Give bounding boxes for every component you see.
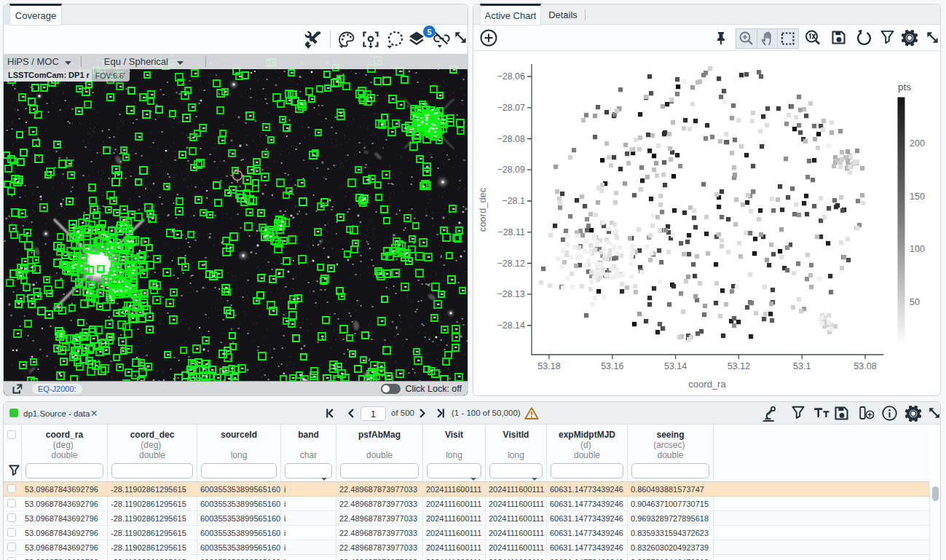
svg-text:−28.06: −28.06 bbox=[497, 71, 525, 82]
svg-text:53.18: 53.18 bbox=[537, 361, 560, 371]
svg-text:−28.08: −28.08 bbox=[497, 134, 525, 144]
svg-text:53.12: 53.12 bbox=[728, 361, 750, 371]
svg-text:53.08: 53.08 bbox=[854, 361, 876, 371]
svg-text:100: 100 bbox=[910, 244, 925, 254]
svg-text:coord_dec: coord_dec bbox=[477, 187, 488, 232]
svg-text:53.16: 53.16 bbox=[601, 361, 623, 371]
svg-text:−28.14: −28.14 bbox=[497, 320, 525, 331]
svg-text:−28.13: −28.13 bbox=[497, 289, 525, 299]
svg-text:−28.07: −28.07 bbox=[497, 103, 525, 113]
svg-text:coord_ra: coord_ra bbox=[688, 379, 726, 390]
svg-text:−28.09: −28.09 bbox=[497, 165, 525, 175]
svg-text:150: 150 bbox=[910, 192, 925, 202]
svg-text:200: 200 bbox=[910, 138, 925, 149]
svg-text:53.14: 53.14 bbox=[664, 361, 687, 371]
svg-text:−28.12: −28.12 bbox=[497, 259, 525, 269]
svg-text:53.1: 53.1 bbox=[793, 361, 811, 371]
svg-text:−28.11: −28.11 bbox=[497, 227, 525, 237]
svg-text:pts: pts bbox=[898, 82, 911, 92]
svg-text:−28.1: −28.1 bbox=[502, 196, 525, 206]
svg-text:50: 50 bbox=[910, 297, 920, 307]
